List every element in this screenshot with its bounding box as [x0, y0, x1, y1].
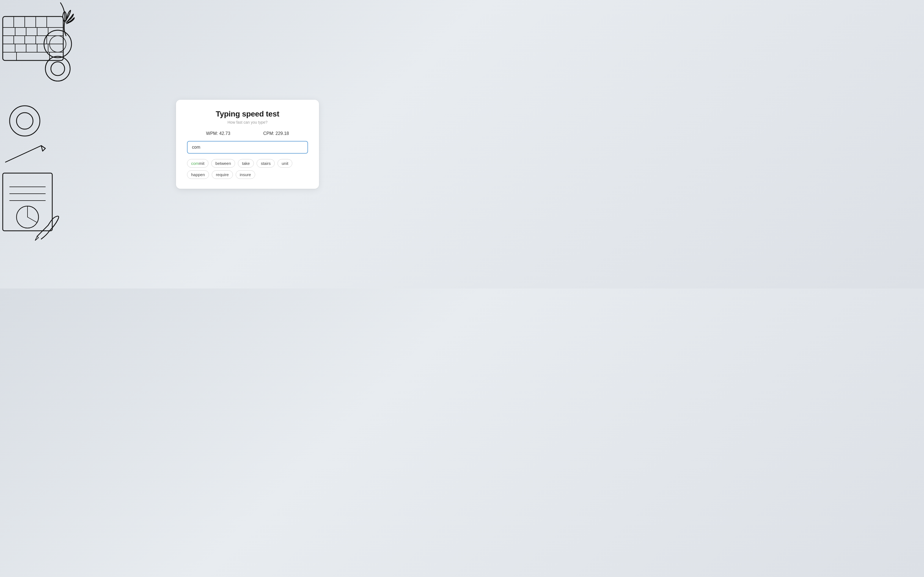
word-text: unit [282, 161, 288, 166]
words-display: commit between take stairs unit happen r… [187, 159, 308, 179]
doodle-illustration [0, 0, 77, 288]
wpm-stat: WPM: 42.73 [206, 131, 230, 136]
card-subtitle: How fast can you type? [187, 120, 308, 124]
word-chip-take: take [238, 159, 254, 168]
word-chip-between: between [211, 159, 235, 168]
typing-input[interactable] [187, 141, 308, 153]
word-text: stairs [261, 161, 271, 166]
svg-rect-0 [3, 16, 63, 60]
stats-row: WPM: 42.73 CPM: 229.18 [187, 131, 308, 136]
typed-correct-text: com [191, 161, 199, 166]
typing-test-card: Typing speed test How fast can you type?… [176, 100, 319, 189]
svg-line-32 [37, 225, 48, 236]
svg-point-29 [16, 206, 39, 228]
cpm-stat: CPM: 229.18 [263, 131, 289, 136]
svg-point-24 [50, 36, 66, 52]
svg-rect-25 [3, 173, 52, 231]
svg-point-33 [45, 56, 70, 81]
card-title: Typing speed test [187, 110, 308, 118]
svg-point-23 [44, 30, 71, 58]
svg-point-36 [16, 113, 33, 129]
word-text: insure [240, 172, 251, 177]
svg-line-31 [27, 217, 37, 222]
word-text: between [215, 161, 231, 166]
word-chip-insure: insure [236, 170, 255, 179]
word-text: happen [191, 172, 205, 177]
word-text: require [216, 172, 229, 177]
svg-point-35 [10, 106, 40, 136]
word-chip-require: require [212, 170, 233, 179]
word-chip-stairs: stairs [257, 159, 275, 168]
typed-remaining-text: mit [199, 161, 204, 166]
word-chip-unit: unit [278, 159, 292, 168]
word-chip-commit: commit [187, 159, 208, 168]
word-chip-happen: happen [187, 170, 209, 179]
word-text: take [242, 161, 250, 166]
svg-line-37 [5, 146, 41, 162]
svg-point-34 [51, 62, 65, 76]
